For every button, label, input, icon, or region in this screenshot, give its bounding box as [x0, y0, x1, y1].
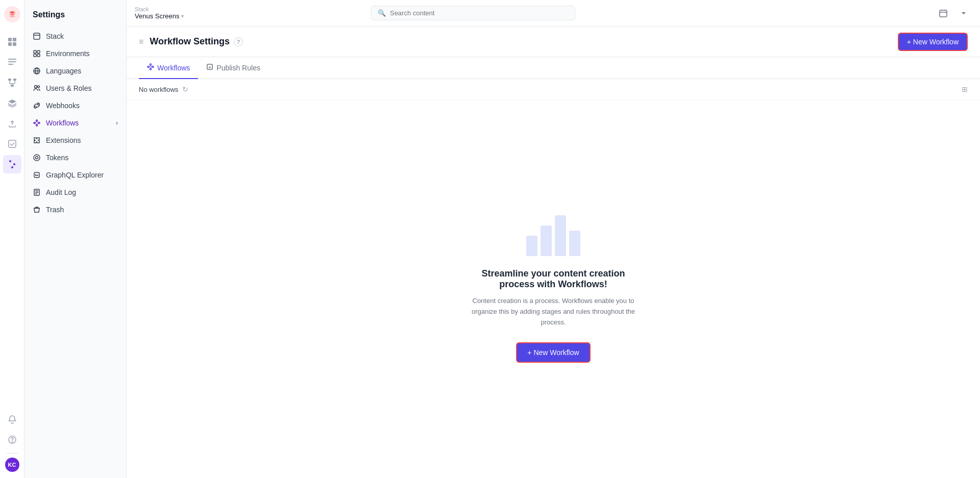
webhooks-icon: [33, 102, 41, 110]
help-nav-icon[interactable]: [3, 431, 21, 449]
svg-point-28: [35, 86, 37, 88]
sidebar-item-trash-label: Trash: [46, 206, 64, 214]
tab-publish-rules-label: Publish Rules: [216, 64, 260, 72]
sidebar-item-workflows[interactable]: Workflows ›: [24, 114, 126, 132]
graphql-icon: [33, 171, 41, 179]
search-bar[interactable]: 🔍: [371, 6, 575, 20]
dropdown-button[interactable]: [955, 5, 972, 21]
empty-state: Streamline your content creation process…: [127, 100, 980, 478]
sidebar-item-users-label: Users & Roles: [46, 84, 91, 92]
svg-point-19: [11, 166, 13, 168]
sidebar-item-webhooks[interactable]: Webhooks: [24, 97, 126, 114]
sidebar-item-environments-label: Environments: [46, 49, 90, 58]
sidebar-item-tokens-label: Tokens: [46, 154, 68, 162]
stack-icon: [33, 32, 41, 40]
sidebar-item-workflows-label: Workflows: [46, 119, 79, 127]
svg-rect-24: [37, 51, 40, 53]
sidebar-item-tokens[interactable]: Tokens: [24, 149, 126, 166]
dashboard-nav-icon[interactable]: [3, 33, 21, 51]
svg-rect-23: [34, 51, 36, 53]
new-workflow-button-header[interactable]: + New Workflow: [898, 33, 968, 51]
settings-sidebar: Settings Stack Environments: [24, 0, 127, 478]
topbar-right: [935, 5, 972, 21]
sidebar-item-environments[interactable]: Environments: [24, 45, 126, 62]
menu-icon[interactable]: ≡: [139, 37, 143, 46]
svg-point-37: [36, 157, 38, 159]
tasks-nav-icon[interactable]: [3, 135, 21, 153]
empty-state-description: Content creation is a process. Workflows…: [461, 296, 645, 328]
tab-publish-rules[interactable]: Publish Rules: [198, 57, 268, 79]
calendar-button[interactable]: [935, 5, 951, 21]
grid-view-icon[interactable]: ⊞: [962, 85, 968, 93]
page-header: ≡ Workflow Settings ? + New Workflow: [127, 27, 980, 57]
languages-icon: [33, 67, 41, 75]
user-avatar[interactable]: KC: [5, 458, 19, 472]
svg-rect-22: [34, 33, 40, 39]
sidebar-item-languages[interactable]: Languages: [24, 62, 126, 80]
svg-rect-25: [34, 54, 36, 57]
chart-bar-1: [526, 236, 537, 256]
list-nav-icon[interactable]: [3, 53, 21, 71]
workflows-tab-icon: [147, 63, 154, 72]
icon-rail: KC: [0, 0, 24, 478]
app-logo[interactable]: [4, 6, 20, 22]
no-workflows-bar: No workflows ↻ ⊞: [127, 79, 980, 100]
sidebar-item-graphql-label: GraphQL Explorer: [46, 171, 104, 179]
sidebar-item-stack-label: Stack: [46, 32, 64, 40]
tab-workflows-label: Workflows: [157, 64, 190, 72]
svg-point-17: [9, 160, 11, 162]
brand-label: Stack: [135, 6, 184, 12]
chart-bar-3: [555, 215, 566, 256]
audit-icon: [33, 188, 41, 196]
sidebar-item-webhooks-label: Webhooks: [46, 102, 80, 110]
sidebar-item-languages-label: Languages: [46, 67, 81, 75]
empty-state-title: Streamline your content creation process…: [472, 268, 635, 290]
topbar: Stack Venus Screens ▾ 🔍: [127, 0, 980, 27]
trash-icon: [33, 206, 41, 214]
publish-rules-tab-icon: [206, 63, 213, 72]
svg-point-43: [150, 68, 152, 70]
svg-rect-16: [9, 140, 16, 147]
project-chevron-icon: ▾: [181, 13, 184, 19]
upload-nav-icon[interactable]: [3, 114, 21, 133]
chart-illustration: [526, 215, 580, 256]
users-icon: [33, 84, 41, 92]
new-workflow-button-center[interactable]: + New Workflow: [516, 342, 590, 363]
sidebar-item-extensions[interactable]: Extensions: [24, 132, 126, 149]
page-title: Workflow Settings ?: [150, 36, 243, 47]
sidebar-item-stack[interactable]: Stack: [24, 28, 126, 45]
filters-nav-icon[interactable]: [3, 155, 21, 173]
svg-point-36: [34, 155, 40, 161]
refresh-icon[interactable]: ↻: [182, 85, 188, 93]
svg-rect-6: [8, 61, 16, 62]
sidebar-item-audit-log[interactable]: Audit Log: [24, 184, 126, 201]
search-input[interactable]: [390, 9, 569, 17]
notifications-nav-icon[interactable]: [3, 410, 21, 429]
sidebar-item-users[interactable]: Users & Roles: [24, 80, 126, 97]
svg-rect-3: [8, 42, 12, 46]
svg-point-33: [36, 120, 38, 121]
svg-rect-2: [13, 38, 16, 41]
tokens-icon: [33, 154, 41, 162]
svg-point-29: [38, 86, 40, 88]
extensions-icon: [33, 136, 41, 144]
svg-point-42: [150, 64, 152, 65]
layers-nav-icon[interactable]: [3, 94, 21, 112]
sidebar-item-trash[interactable]: Trash: [24, 201, 126, 218]
svg-rect-1: [8, 38, 12, 41]
svg-point-21: [12, 442, 12, 442]
environments-icon: [33, 49, 41, 58]
help-circle-icon[interactable]: ?: [234, 37, 243, 46]
tab-workflows[interactable]: Workflows: [139, 57, 198, 79]
content-area: Workflows Publish Rules No workflows ↻ ⊞: [127, 57, 980, 478]
no-workflows-label: No workflows: [139, 86, 178, 93]
sidebar-item-extensions-label: Extensions: [46, 136, 81, 144]
chevron-right-icon: ›: [116, 119, 118, 127]
sidebar-item-graphql[interactable]: GraphQL Explorer: [24, 166, 126, 184]
svg-rect-4: [13, 42, 16, 46]
svg-rect-45: [207, 64, 212, 69]
svg-point-34: [36, 124, 38, 126]
project-name[interactable]: Venus Screens ▾: [135, 12, 184, 20]
schema-nav-icon[interactable]: [3, 73, 21, 92]
search-icon: 🔍: [378, 9, 386, 17]
